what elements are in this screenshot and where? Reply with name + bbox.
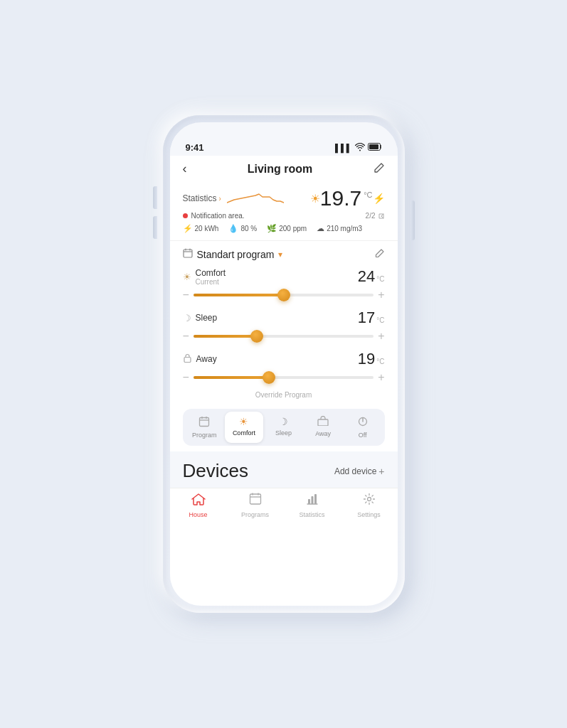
stats-chart (227, 190, 304, 207)
comfort-sun-icon: ☀ (183, 272, 191, 282)
svg-rect-1 (369, 144, 378, 149)
air-icon: ☁ (317, 224, 324, 233)
comfort-slider-thumb[interactable] (277, 289, 290, 301)
away-slider-track[interactable] (194, 376, 373, 379)
away-label-block: Away (183, 353, 217, 365)
devices-title: Devices (183, 460, 248, 482)
stats-temperature: 19.7 °C (320, 188, 373, 209)
away-name-block: Away (196, 354, 217, 364)
bottom-nav: House Programs (170, 488, 398, 525)
devices-section: Devices Add device + (170, 451, 398, 488)
settings-icon (363, 493, 376, 509)
nav-house[interactable]: House (170, 493, 227, 518)
tab-comfort-icon: ☀ (239, 416, 248, 427)
away-slider-row: − + (183, 371, 385, 384)
away-minus-button[interactable]: − (183, 371, 189, 384)
header: ‹ Living room (170, 156, 398, 182)
away-temp-value: 19 (358, 350, 375, 368)
comfort-sub-label: Current (196, 278, 226, 286)
svg-rect-8 (308, 499, 310, 504)
power-button[interactable] (410, 200, 415, 240)
sleep-temp: 17 °C (358, 309, 385, 327)
nav-statistics[interactable]: Statistics (284, 493, 341, 518)
sleep-slider-thumb[interactable] (250, 330, 263, 343)
nav-house-label: House (189, 511, 207, 518)
sleep-temp-value: 17 (358, 309, 375, 327)
comfort-minus-button[interactable]: − (183, 289, 189, 301)
comfort-slider-fill (194, 294, 284, 296)
sleep-label-block: ☽ Sleep (183, 313, 218, 323)
stats-label[interactable]: Statistics › (183, 193, 221, 203)
comfort-plus-button[interactable]: + (378, 289, 384, 301)
energy-icon: ⚡ (183, 224, 193, 233)
nav-programs[interactable]: Programs (227, 493, 284, 518)
svg-rect-2 (184, 250, 192, 257)
add-device-button[interactable]: Add device + (334, 466, 385, 477)
tab-program-icon (198, 416, 210, 429)
back-button[interactable]: ‹ (183, 161, 187, 176)
tab-off[interactable]: Off (344, 412, 382, 443)
comfort-slider-group: ☀ Comfort Current 24 °C − (183, 267, 385, 301)
tab-program-label: Program (192, 432, 217, 439)
sleep-plus-button[interactable]: + (378, 330, 384, 343)
statistics-icon (306, 493, 319, 509)
notification-text: Notification area. (191, 212, 245, 220)
volume-up-button[interactable] (153, 186, 157, 209)
sleep-slider-track[interactable] (194, 335, 373, 338)
volume-down-button[interactable] (153, 216, 157, 239)
sleep-slider-header: ☽ Sleep 17 °C (183, 309, 385, 327)
battery-icon (368, 143, 382, 152)
program-calendar-icon (183, 248, 193, 260)
comfort-name-block: Comfort Current (196, 268, 226, 286)
edit-button[interactable] (373, 162, 385, 176)
devices-header: Devices Add device + (183, 460, 385, 482)
away-plus-button[interactable]: + (378, 371, 384, 384)
notification-count: 2/2 (366, 212, 385, 220)
wifi-icon (355, 143, 365, 153)
nav-statistics-label: Statistics (299, 511, 324, 518)
svg-rect-5 (318, 419, 328, 426)
svg-rect-7 (250, 494, 260, 504)
tab-sleep-icon: ☽ (279, 416, 288, 427)
phone-screen: 9:41 ▌▌▌ (170, 122, 398, 606)
co2-icon: 🌿 (267, 224, 277, 233)
nav-settings[interactable]: Settings (341, 493, 398, 518)
program-edit-icon[interactable] (375, 248, 385, 260)
sleep-temp-unit: °C (376, 316, 384, 324)
away-slider-fill (194, 376, 269, 379)
tab-sleep[interactable]: ☽ Sleep (265, 412, 303, 443)
metric-humidity: 💧 80 % (228, 224, 257, 233)
program-section: Standart program ▾ ☀ (170, 241, 398, 409)
comfort-slider-track[interactable] (194, 294, 373, 296)
tab-off-icon (357, 416, 369, 429)
comfort-slider-header: ☀ Comfort Current 24 °C (183, 267, 385, 286)
svg-rect-10 (314, 494, 317, 504)
comfort-temp: 24 °C (358, 267, 385, 286)
bolt-icon: ⚡ (373, 193, 385, 204)
tab-sleep-label: Sleep (275, 429, 292, 437)
comfort-label: Comfort (196, 268, 226, 278)
page-title: Living room (248, 163, 313, 176)
sleep-minus-button[interactable]: − (183, 330, 189, 343)
tab-away-icon (317, 416, 329, 428)
tab-comfort[interactable]: ☀ Comfort (225, 412, 263, 443)
tab-away[interactable]: Away (304, 412, 342, 443)
stats-section: Statistics › ☀ 19.7 °C ⚡ (170, 182, 398, 241)
screen-content: ‹ Living room Statistics › (170, 156, 398, 606)
metric-energy: ⚡ 20 kWh (183, 224, 219, 233)
away-lock-icon (183, 353, 192, 365)
dropdown-icon: ▾ (278, 250, 282, 259)
sleep-slider-fill (194, 335, 257, 338)
program-left[interactable]: Standart program ▾ (183, 248, 283, 260)
signal-icon: ▌▌▌ (335, 144, 351, 152)
sleep-label: Sleep (196, 313, 218, 323)
comfort-slider-row: − + (183, 289, 385, 301)
away-slider-header: Away 19 °C (183, 350, 385, 368)
override-text[interactable]: Override Program (183, 391, 385, 399)
house-icon (191, 493, 206, 509)
svg-point-11 (367, 498, 371, 501)
tab-program[interactable]: Program (186, 412, 224, 443)
away-slider-thumb[interactable] (263, 371, 275, 384)
add-device-label: Add device (334, 466, 376, 476)
stats-arrow: › (219, 195, 221, 203)
